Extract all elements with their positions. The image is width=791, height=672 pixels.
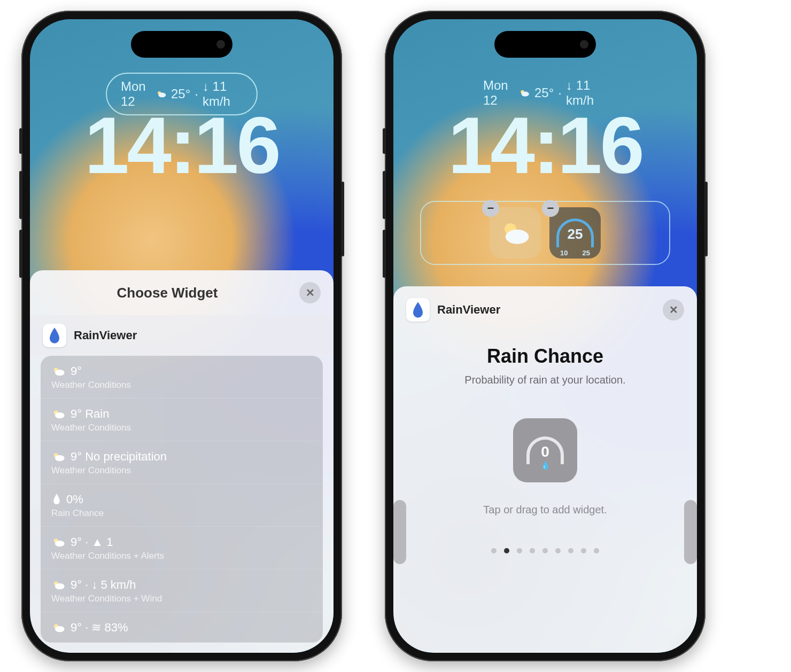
choose-widget-sheet: Choose Widget ✕ RainViewer 9°Weather Con… [30,270,334,653]
widget-list: 9°Weather Conditions9° RainWeather Condi… [41,356,323,643]
prev-widget-peek[interactable] [393,500,406,564]
partly-cloudy-icon [51,451,66,463]
next-widget-peek[interactable] [684,500,697,564]
app-name: RainViewer [437,303,655,317]
preview-value: 0 [541,443,549,460]
page-dot[interactable] [530,548,535,553]
widget-item-title: 0% [66,493,83,506]
dynamic-island [131,31,232,58]
dynamic-island [494,31,596,58]
sheet-title: Choose Widget [43,285,292,301]
widget-list-item[interactable]: 9° · ↓ 5 km/hWeather Conditions + Wind [41,569,323,612]
volume-up[interactable] [383,171,386,219]
widget-temp-gauge[interactable]: − 25 10 25 [549,207,601,259]
app-name: RainViewer [74,329,137,342]
page-dot[interactable] [555,548,561,553]
widget-item-subtitle: Weather Conditions [51,465,312,476]
svg-point-1 [158,92,166,97]
svg-point-3 [55,370,65,376]
power-button[interactable] [341,182,344,256]
svg-point-11 [55,583,65,589]
app-section-header[interactable]: RainViewer [30,315,334,356]
page-dot[interactable] [594,548,599,553]
droplet-icon [51,493,62,506]
svg-point-15 [522,91,529,96]
droplet-icon: 💧 [541,461,550,470]
gauge-value: 25 [568,226,583,243]
mute-switch[interactable] [383,128,386,154]
svg-point-7 [55,455,65,461]
page-dot[interactable] [491,548,497,553]
page-dots[interactable] [409,548,681,553]
widget-weather-icon[interactable]: − [490,207,541,259]
widget-item-title: 9° [71,364,82,378]
widget-detail-sheet: RainViewer ✕ Rain Chance Probability of … [393,286,697,653]
remove-widget-button[interactable]: − [542,200,559,217]
gauge-icon: 25 10 25 [556,218,594,247]
page-dot[interactable] [542,548,548,553]
widget-item-title: 9° · ↓ 5 km/h [71,578,136,592]
widget-preview[interactable]: 0 💧 [513,418,577,482]
power-button[interactable] [704,182,708,256]
widget-list-item[interactable]: 9° No precipitationWeather Conditions [41,441,323,484]
partly-cloudy-icon [51,365,66,377]
widget-item-subtitle: Weather Conditions + Wind [51,593,312,604]
widget-title: Rain Chance [409,345,681,368]
gauge-min: 10 [560,249,568,257]
partly-cloudy-icon [500,221,531,245]
close-icon: ✕ [669,303,678,316]
lock-screen-edit: Mon 12 25° · ↓ 11 km/h 14:16 − − 25 [393,19,697,653]
partly-cloudy-icon [519,87,530,99]
widget-item-subtitle: Weather Conditions [51,423,312,433]
partly-cloudy-icon [51,579,66,591]
widget-subtitle: Probability of rain at your location. [409,374,681,386]
gauge-max: 25 [583,249,590,257]
rain-gauge-icon: 0 💧 [526,436,564,464]
page-dot[interactable] [504,548,509,553]
partly-cloudy-icon [51,536,66,548]
partly-cloudy-icon [51,622,66,634]
mute-switch[interactable] [19,128,22,154]
svg-point-13 [55,626,65,632]
close-button[interactable]: ✕ [663,299,684,321]
partly-cloudy-icon [51,408,66,420]
detail-body: Rain Chance Probability of rain at your … [393,324,697,559]
sheet-header: Choose Widget ✕ [30,270,334,315]
widget-item-title: 9° No precipitation [71,450,167,464]
remove-widget-button[interactable]: − [482,200,499,217]
widget-item-title: 9° Rain [71,407,109,421]
partly-cloudy-icon [156,88,167,100]
widget-item-subtitle: Rain Chance [51,508,312,519]
svg-point-9 [55,541,65,546]
widget-list-item[interactable]: 9° · ▲ 1Weather Conditions + Alerts [41,527,323,569]
page-dot[interactable] [568,548,573,553]
svg-point-17 [506,230,529,244]
widget-item-subtitle: Weather Conditions [51,380,312,390]
phone-right: Mon 12 25° · ↓ 11 km/h 14:16 − − 25 [385,11,705,661]
page-dot[interactable] [581,548,586,553]
close-icon: ✕ [306,286,315,299]
widget-slot-row[interactable]: − − 25 10 25 [420,201,670,265]
close-button[interactable]: ✕ [299,282,321,303]
phone-left: Mon 12 25° · ↓ 11 km/h 14:16 Choose Widg… [21,11,342,661]
widget-list-item[interactable]: 9° · ≋ 83% [41,612,323,643]
volume-up[interactable] [19,171,22,219]
lock-time[interactable]: 14:16 [30,99,334,192]
widget-item-subtitle: Weather Conditions + Alerts [51,551,312,561]
widget-item-title: 9° · ▲ 1 [71,535,113,549]
widget-list-item[interactable]: 9°Weather Conditions [41,356,323,398]
widget-list-item[interactable]: 9° RainWeather Conditions [41,398,323,441]
add-widget-hint: Tap or drag to add widget. [409,504,681,516]
lock-time[interactable]: 14:16 [393,99,697,192]
page-dot[interactable] [517,548,522,553]
svg-point-5 [55,412,65,418]
pill-temp: 25° [534,85,554,100]
widget-list-item[interactable]: 0%Rain Chance [41,484,323,527]
rainviewer-app-icon [43,324,66,347]
volume-down[interactable] [19,230,22,278]
detail-header: RainViewer ✕ [393,286,697,324]
volume-down[interactable] [383,230,386,278]
widget-item-title: 9° · ≋ 83% [71,621,128,635]
rainviewer-app-icon [406,298,430,322]
lock-screen: Mon 12 25° · ↓ 11 km/h 14:16 Choose Widg… [30,19,334,653]
